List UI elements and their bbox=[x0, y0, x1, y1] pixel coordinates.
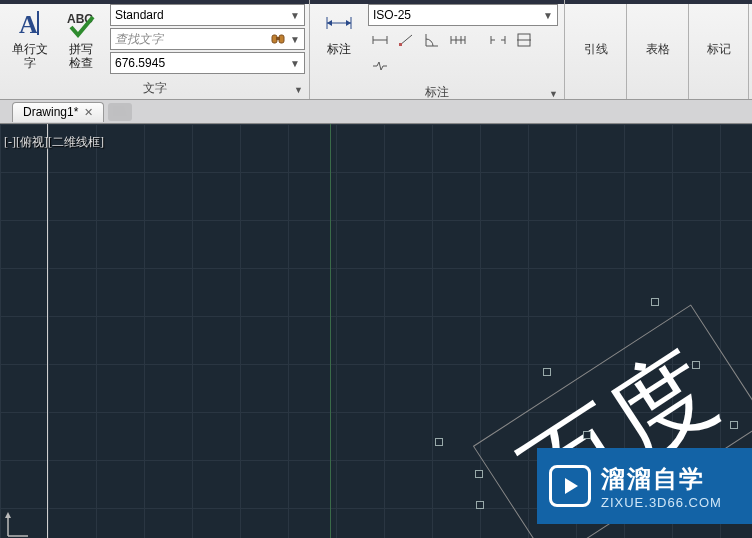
chevron-down-icon: ▼ bbox=[286, 10, 300, 21]
spell-check-icon: ABC bbox=[64, 6, 98, 40]
watermark-brand: 溜溜自学 bbox=[601, 463, 722, 495]
table-panel-tab[interactable]: 表格 bbox=[627, 0, 689, 99]
ribbon-end-tabs: 引线 表格 标记 bbox=[565, 0, 752, 99]
ucs-icon[interactable] bbox=[4, 510, 34, 538]
text-style-combo[interactable]: Standard ▼ bbox=[110, 4, 305, 26]
svg-text:A: A bbox=[19, 10, 38, 39]
grip[interactable] bbox=[730, 421, 738, 429]
single-line-text-button[interactable]: A 单行文字 bbox=[4, 4, 56, 72]
panel-expand-icon[interactable]: ▼ bbox=[549, 89, 558, 99]
text-height-value: 676.5945 bbox=[115, 56, 286, 70]
dim-jogged-tool[interactable] bbox=[368, 54, 392, 78]
chevron-down-icon: ▼ bbox=[286, 58, 300, 69]
watermark-url: ZIXUE.3D66.COM bbox=[601, 495, 722, 510]
text-a-icon: A bbox=[13, 6, 47, 40]
markup-panel-tab[interactable]: 标记 bbox=[689, 0, 749, 99]
grip[interactable] bbox=[435, 438, 443, 446]
dim-update-tool[interactable] bbox=[512, 28, 536, 52]
document-tab-label: Drawing1* bbox=[23, 105, 78, 119]
new-tab-button[interactable] bbox=[108, 103, 132, 121]
dimension-label: 标注 bbox=[327, 42, 351, 56]
find-placeholder: 查找文字 bbox=[115, 31, 286, 48]
svg-rect-5 bbox=[276, 37, 280, 40]
chevron-down-icon: ▼ bbox=[539, 10, 553, 21]
ribbon-group-dimension: 标注 ISO-25 ▼ 标注 bbox=[310, 0, 565, 99]
plus-tab-icon bbox=[113, 106, 127, 118]
dim-angular-tool[interactable] bbox=[420, 28, 444, 52]
svg-rect-15 bbox=[399, 43, 402, 46]
panel-label-dimension: 标注 ▼ bbox=[310, 82, 564, 105]
svg-marker-10 bbox=[346, 20, 351, 26]
single-line-text-label: 单行文字 bbox=[10, 42, 50, 70]
find-text-input[interactable]: 查找文字 ▼ bbox=[110, 28, 305, 50]
ribbon: A 单行文字 ABC 拼写 检查 Standard ▼ bbox=[0, 0, 752, 100]
y-axis-line bbox=[330, 124, 331, 538]
grip[interactable] bbox=[543, 368, 551, 376]
find-go-button[interactable] bbox=[270, 31, 286, 47]
dim-aligned-tool[interactable] bbox=[394, 28, 418, 52]
dimension-icon bbox=[322, 6, 356, 40]
grip[interactable] bbox=[692, 361, 700, 369]
watermark-badge: 溜溜自学 ZIXUE.3D66.COM bbox=[537, 448, 752, 524]
grip[interactable] bbox=[475, 470, 483, 478]
close-icon[interactable]: ✕ bbox=[84, 106, 93, 119]
svg-marker-32 bbox=[565, 478, 578, 494]
ribbon-group-text: A 单行文字 ABC 拼写 检查 Standard ▼ bbox=[0, 0, 310, 99]
text-height-combo[interactable]: 676.5945 ▼ bbox=[110, 52, 305, 74]
leader-panel-tab[interactable]: 引线 bbox=[565, 0, 627, 99]
svg-marker-9 bbox=[327, 20, 332, 26]
grip[interactable] bbox=[583, 431, 591, 439]
dim-style-value: ISO-25 bbox=[373, 8, 539, 22]
play-icon bbox=[549, 465, 591, 507]
dim-continue-tool[interactable] bbox=[446, 28, 470, 52]
dim-break-tool[interactable] bbox=[486, 28, 510, 52]
dim-tools-row bbox=[368, 28, 558, 78]
binoculars-icon bbox=[271, 32, 285, 46]
dim-linear-tool[interactable] bbox=[368, 28, 392, 52]
spell-check-button[interactable]: ABC 拼写 检查 bbox=[56, 4, 106, 72]
dim-separator bbox=[472, 28, 484, 52]
grip[interactable] bbox=[476, 501, 484, 509]
crosshair-line bbox=[47, 124, 48, 538]
spell-check-label: 拼写 检查 bbox=[69, 42, 93, 70]
panel-expand-icon[interactable]: ▼ bbox=[294, 85, 303, 95]
text-style-value: Standard bbox=[115, 8, 286, 22]
viewport-label[interactable]: [-][俯视][二维线框] bbox=[4, 134, 104, 151]
document-tab-active[interactable]: Drawing1* ✕ bbox=[12, 102, 104, 122]
dimension-button[interactable]: 标注 bbox=[314, 4, 364, 58]
drawing-canvas[interactable]: [-][俯视][二维线框] 百度 溜溜自学 ZIXUE.3D66.COM bbox=[0, 124, 752, 538]
chevron-down-icon: ▼ bbox=[286, 34, 300, 45]
panel-label-text: 文字 ▼ bbox=[0, 78, 309, 101]
svg-marker-31 bbox=[5, 512, 11, 518]
grip[interactable] bbox=[651, 298, 659, 306]
dim-style-combo[interactable]: ISO-25 ▼ bbox=[368, 4, 558, 26]
